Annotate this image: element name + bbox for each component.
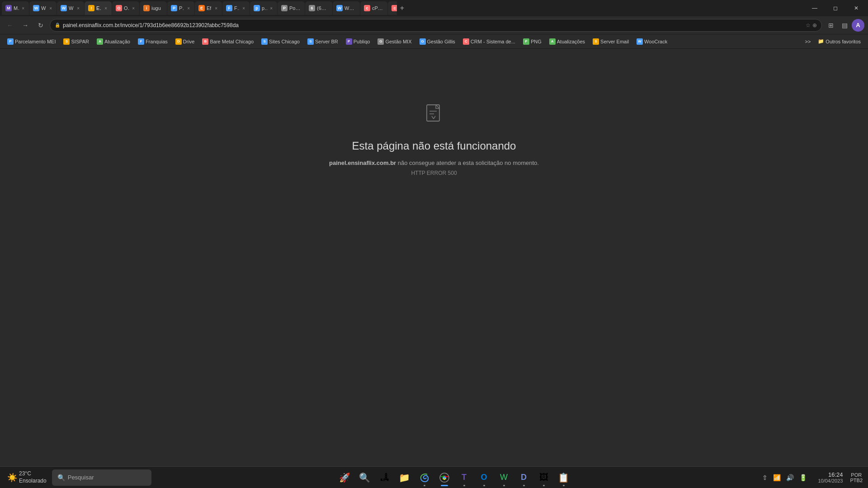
window-controls: — ◻ ✕ (805, 1, 866, 15)
back-button[interactable]: ← (4, 19, 16, 32)
tab-label: pair (262, 5, 267, 11)
minimize-button[interactable]: — (805, 1, 825, 15)
tab-label: WHM | (344, 5, 356, 11)
bookmark-bm-franquias[interactable]: F Franquias (134, 36, 171, 47)
sidebar-button[interactable]: ▤ (838, 19, 851, 32)
taskbar-weather[interactable]: ☀️ 23°C Ensolarado (4, 469, 50, 486)
taskbar-app-edge[interactable] (415, 468, 434, 487)
star-icon[interactable]: ☆ (806, 22, 811, 28)
sound-icon[interactable]: 🔊 (784, 472, 796, 483)
taskbar-app-teams[interactable]: T (455, 468, 474, 487)
taskbar-app-file-explorer[interactable]: 📁 (395, 468, 414, 487)
file-explorer-icon: 📁 (399, 472, 410, 483)
new-tab-button[interactable]: + (397, 3, 407, 13)
tab-favicon: W (336, 5, 343, 11)
bookmark-label: Bare Metal Chicago (210, 39, 254, 44)
taskbar-app-chrome[interactable] (435, 468, 454, 487)
profile-button[interactable]: A (852, 19, 864, 32)
taskbar-app-whatsapp[interactable]: W (495, 468, 514, 487)
browser-tab-tab-me[interactable]: M Me × (2, 1, 29, 15)
refresh-button[interactable]: ↻ (34, 19, 47, 32)
taskbar-app-start[interactable]: 🚀 (335, 468, 354, 487)
bookmark-bm-publiqo[interactable]: P Publiqo (342, 36, 374, 47)
extensions-button[interactable]: ⊞ (825, 19, 837, 32)
bookmark-label: SISPAR (71, 39, 89, 44)
bookmark-bm-gestao-mix[interactable]: G Gestão MIX (374, 36, 415, 47)
bookmark-favicon: P (523, 38, 529, 45)
bookmark-bm-crm[interactable]: C CRM - Sistema de... (459, 36, 519, 47)
bookmark-bm-server-email[interactable]: S Server Email (589, 36, 632, 47)
taskbar-app-search[interactable]: 🔍 (355, 468, 374, 487)
browser-tab-tab-erro[interactable]: ! Erro ao × (85, 1, 112, 15)
browser-tab-tab-cpanel1[interactable]: c cPanel (360, 1, 387, 15)
tab-close-button[interactable]: × (76, 5, 80, 11)
bookmark-bm-gestao-gillis[interactable]: G Gestão Gillis (416, 36, 459, 47)
taskbar-app-outlook[interactable]: O (475, 468, 494, 487)
browser-tab-tab-faturas1[interactable]: F Faturas × (222, 1, 250, 15)
tab-close-button[interactable]: × (214, 5, 218, 11)
bookmark-favicon: P (346, 38, 352, 45)
tab-favicon: W (61, 5, 67, 11)
error-description: painel.ensinaflix.com.br não consegue at… (329, 160, 539, 166)
taskbar-app-notepad[interactable]: 📋 (554, 468, 573, 487)
browser-tab-tab-cpanel2[interactable]: c cPanel | (388, 1, 397, 15)
bookmark-label: Parcelamento MEI (15, 39, 56, 44)
outlook-icon: O (481, 473, 487, 482)
network-icon[interactable]: 📶 (771, 472, 783, 483)
taskbar-right: ⇧ 📶 🔊 🔋 16:24 10/04/2023 POR PTB2 (757, 469, 864, 485)
browser-tab-tab-pair[interactable]: p pair × (250, 1, 277, 15)
svg-line-3 (432, 116, 434, 119)
bookmark-favicon: G (377, 38, 384, 45)
taskbar-search[interactable]: 🔍 Pesquisar (52, 469, 151, 486)
bookmark-label: Server Email (600, 39, 629, 44)
browser-tab-tab-620[interactable]: 6 (620) O (305, 1, 332, 15)
bookmark-bm-png[interactable]: P PNG (519, 36, 545, 47)
keyboard-layout[interactable]: POR PTB2 (848, 472, 864, 483)
tab-favicon: ! (88, 5, 94, 11)
taskbar-app-photos[interactable]: 🖼 (534, 468, 553, 487)
bookmark-label: Atualizações (557, 39, 585, 44)
browser-tab-tab-whm[interactable]: W WHM | × (57, 1, 84, 15)
browser-tab-tab-oops[interactable]: O Oops s. × (112, 1, 139, 15)
tab-close-button[interactable]: × (186, 5, 191, 11)
bookmark-favicon: P (7, 38, 14, 45)
other-favorites-folder[interactable]: 📁 Outros favoritos (814, 36, 864, 47)
bookmark-bm-woocrack[interactable]: W WooCrack (633, 36, 671, 47)
bookmark-favicon: C (463, 38, 469, 45)
tab-close-button[interactable]: × (269, 5, 274, 11)
tab-close-button[interactable]: × (241, 5, 246, 11)
browser-tab-tab-porfav[interactable]: P Por fav. (278, 1, 305, 15)
browser-tab-tab-iugu[interactable]: i iugu (140, 1, 167, 15)
bookmark-bm-parcelamento[interactable]: P Parcelamento MEI (4, 36, 59, 47)
battery-icon[interactable]: 🔋 (797, 472, 809, 483)
tab-close-button[interactable]: × (48, 5, 53, 11)
tab-close-button[interactable]: × (131, 5, 136, 11)
bookmark-bm-sites[interactable]: S Sites Chicago (258, 36, 303, 47)
bookmark-label: Atualização (104, 39, 130, 44)
browser-tab-tab-ef[interactable]: E Ef × (195, 1, 222, 15)
ext-icon[interactable]: ⊕ (812, 22, 817, 28)
bookmark-bm-bare[interactable]: B Bare Metal Chicago (198, 36, 257, 47)
bookmark-bm-atualizacao[interactable]: A Atualização (93, 36, 134, 47)
tab-close-button[interactable]: × (104, 5, 108, 11)
clock-time: 16:24 (818, 471, 843, 478)
browser-tab-tab-wh1[interactable]: W WH × (29, 1, 57, 15)
close-button[interactable]: ✕ (846, 1, 866, 15)
address-bar[interactable]: 🔒 painel.ensinaflix.com.br/invoice/1/793… (50, 19, 822, 32)
browser-tab-tab-whm2[interactable]: W WHM | (333, 1, 360, 15)
taskbar-app-widgets[interactable]: 🏞 (375, 468, 394, 487)
forward-button[interactable]: → (19, 19, 32, 32)
bookmark-bm-server-br[interactable]: S Server BR (304, 36, 342, 47)
chevron-up-icon[interactable]: ⇧ (760, 472, 769, 483)
broken-page-svg (423, 103, 445, 125)
bookmark-bm-drive[interactable]: D Drive (172, 36, 198, 47)
browser-tab-tab-perfil[interactable]: P Perfil d. × (167, 1, 194, 15)
bookmark-bm-atualizacoes[interactable]: A Atualizações (546, 36, 589, 47)
bookmark-bm-sispar[interactable]: S SISPAR (60, 36, 93, 47)
bookmarks-overflow[interactable]: >> (802, 38, 814, 46)
language-label: POR (851, 472, 862, 478)
tab-close-button[interactable]: × (21, 5, 25, 11)
restore-button[interactable]: ◻ (826, 1, 845, 15)
taskbar-clock[interactable]: 16:24 10/04/2023 (814, 469, 846, 485)
taskbar-app-discord[interactable]: D (514, 468, 533, 487)
